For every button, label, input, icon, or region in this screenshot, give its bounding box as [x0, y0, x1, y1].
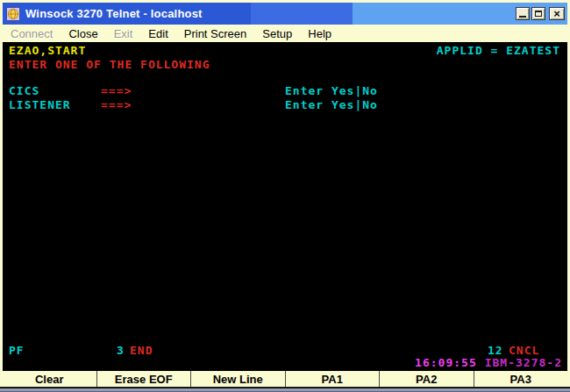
menu-setup[interactable]: Setup: [254, 25, 300, 42]
menu-help[interactable]: Help: [300, 25, 339, 42]
close-button[interactable]: ×: [549, 7, 565, 20]
menu-connect: Connect: [3, 25, 61, 42]
maximize-button[interactable]: [531, 7, 545, 20]
option-cics-label: CICS: [9, 85, 39, 96]
menu-bar: Connect Close Exit Edit Print Screen Set…: [3, 25, 567, 42]
window-title: Winsock 3270 Telnet - localhost: [25, 7, 203, 20]
terminal-status-right: 16:09:55IBM-3278-2: [415, 357, 562, 368]
pf12-key: 12: [488, 345, 503, 356]
key-erase-eof[interactable]: Erase EOF: [97, 371, 192, 387]
minimize-button[interactable]: [516, 7, 530, 20]
terminal-screen[interactable]: EZAO,START APPLID = EZATEST ENTER ONE OF…: [3, 42, 567, 369]
menu-edit[interactable]: Edit: [140, 25, 175, 42]
pf3-key: 3: [117, 345, 125, 356]
key-pa3[interactable]: PA3: [474, 371, 568, 387]
pf3-action: END: [130, 345, 153, 356]
key-new-line[interactable]: New Line: [191, 371, 286, 387]
terminal-applid: APPLID = EZATEST: [437, 45, 560, 56]
app-globe-icon[interactable]: [6, 7, 20, 21]
telnet-window: Winsock 3270 Telnet - localhost × Connec…: [0, 0, 570, 392]
window-controls: ×: [514, 7, 565, 20]
terminal-status-line: EZAO,START: [9, 45, 86, 56]
menu-exit: Exit: [106, 25, 141, 42]
terminal-prompt: ENTER ONE OF THE FOLLOWING: [9, 59, 210, 70]
terminal-clock: 16:09:55: [415, 356, 477, 369]
option-cics-hint: Enter Yes|No: [285, 85, 378, 96]
menu-close[interactable]: Close: [61, 25, 105, 42]
pf-prefix: PF: [9, 345, 25, 356]
minimize-icon: [519, 16, 526, 18]
title-bar[interactable]: Winsock 3270 Telnet - localhost ×: [3, 3, 567, 25]
window-bottom-border: [0, 387, 570, 392]
terminal-type: IBM-3278-2: [485, 356, 562, 369]
option-listener-hint: Enter Yes|No: [285, 99, 378, 110]
maximize-icon: [535, 11, 542, 17]
option-cics-arrow[interactable]: ===>: [101, 85, 132, 96]
key-pa1[interactable]: PA1: [286, 371, 381, 387]
pf12-action: CNCL: [509, 345, 539, 356]
option-listener-label: LISTENER: [9, 99, 71, 110]
option-listener-arrow[interactable]: ===>: [101, 99, 132, 110]
close-icon: ×: [553, 8, 560, 19]
menu-print-screen[interactable]: Print Screen: [176, 25, 255, 42]
key-bar: Clear Erase EOF New Line PA1 PA2 PA3: [3, 369, 567, 387]
key-pa2[interactable]: PA2: [380, 371, 474, 387]
key-clear[interactable]: Clear: [3, 371, 97, 387]
